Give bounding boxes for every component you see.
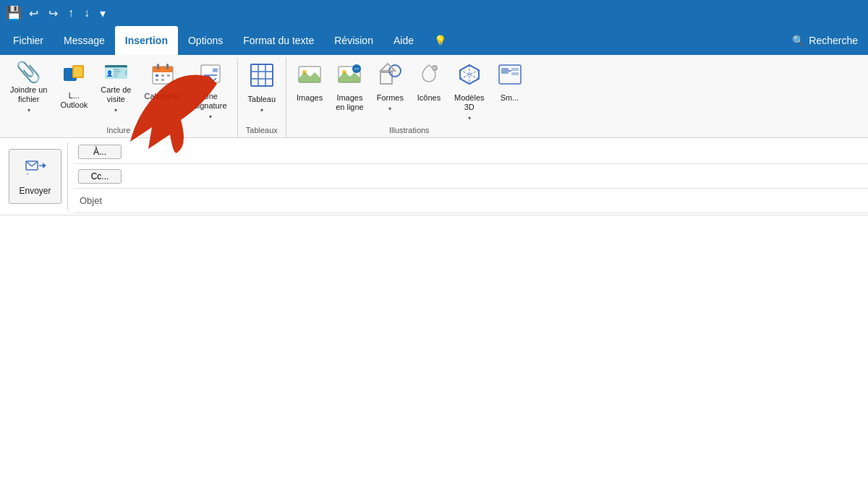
svg-rect-17 (251, 64, 273, 86)
search-label: Recherche (809, 35, 858, 46)
ribbon: 📎 Joindre un fichier ▾ L... Outlook (0, 55, 868, 138)
joindre-dropdown: ▾ (27, 107, 30, 114)
menu-format[interactable]: Format du texte (233, 26, 324, 55)
menu-revision[interactable]: Révision (324, 26, 383, 55)
outlook-label: L... Outlook (60, 91, 88, 110)
send-label: Envoyer (19, 186, 51, 196)
tableaux-group-label: Tableaux (242, 124, 282, 137)
modeles3d-icon (457, 62, 482, 90)
smartart-label: Sm... (501, 93, 519, 103)
images-enligne-label: Images en ligne (336, 93, 364, 112)
tableau-icon (249, 62, 275, 92)
ribbon-btn-carte[interactable]: 🪪 Carte de visite ▾ (95, 59, 137, 116)
svg-line-39 (32, 161, 38, 166)
subject-label: Objet (74, 195, 110, 206)
ribbon-btn-formes[interactable]: Formes ▾ (371, 59, 409, 115)
to-button[interactable]: À... (78, 145, 122, 159)
menu-message[interactable]: Message (54, 26, 115, 55)
outlook-icon (62, 62, 85, 88)
joindre-label: Joindre un fichier (10, 85, 47, 104)
down-button[interactable]: ↓ (81, 5, 93, 21)
calendrier-label: Calendrier (145, 92, 182, 101)
modeles3d-label: Modèles 3D (454, 93, 485, 112)
svg-rect-7 (156, 74, 158, 77)
ribbon-group-illustrations: Images Images en ligne (286, 58, 532, 137)
svg-rect-12 (201, 65, 220, 82)
svg-rect-2 (74, 67, 82, 77)
undo-button[interactable]: ↩ (26, 5, 41, 22)
menu-lightbulb[interactable]: 💡 (424, 26, 456, 55)
tableau-label: Tableau (248, 95, 276, 104)
ribbon-btn-smartart[interactable]: Sm... (492, 59, 528, 106)
svg-rect-33 (501, 68, 509, 74)
tableau-dropdown: ▾ (260, 107, 263, 114)
illustrations-group-label: Illustrations (291, 124, 527, 137)
email-body[interactable] (0, 215, 868, 360)
carte-dropdown: ▾ (114, 107, 117, 114)
signature-icon (199, 62, 222, 89)
ribbon-btn-signature[interactable]: Une signature ▾ (188, 59, 232, 123)
fields-area: À... Cc... Objet (74, 140, 868, 213)
send-icon: ≡ (25, 157, 46, 183)
formes-dropdown: ▾ (388, 106, 391, 112)
up-button[interactable]: ↑ (65, 5, 77, 21)
ribbon-btn-images-enligne[interactable]: Images en ligne (330, 59, 370, 115)
svg-rect-11 (161, 79, 164, 81)
search-icon: 🔍 (792, 35, 804, 46)
menu-bar: Fichier Message Insertion Options Format… (0, 26, 868, 55)
svg-rect-5 (157, 64, 159, 69)
svg-rect-14 (212, 68, 218, 72)
ribbon-group-inclure: 📎 Joindre un fichier ▾ L... Outlook (0, 58, 238, 137)
images-icon (297, 62, 322, 90)
cc-field-row: Cc... (74, 164, 868, 189)
attachment-icon: 📎 (16, 62, 41, 82)
ribbon-group-tableaux-items: Tableau ▾ (242, 59, 282, 124)
compose-area: ≡ Envoyer À... Cc... Objet (0, 138, 868, 360)
svg-marker-41 (43, 163, 46, 168)
menu-insertion[interactable]: Insertion (115, 26, 178, 55)
menu-options[interactable]: Options (178, 26, 233, 55)
redo-button[interactable]: ↪ (46, 5, 61, 22)
search-area[interactable]: 🔍 Recherche (785, 26, 865, 55)
images-label: Images (297, 93, 323, 103)
signature-label: Une signature (194, 92, 226, 111)
subject-field-row: Objet (74, 189, 868, 213)
compose-header: ≡ Envoyer À... Cc... Objet (0, 138, 868, 215)
send-button[interactable]: ≡ Envoyer (9, 149, 61, 204)
inclure-group-label: Inclure (4, 124, 233, 137)
ribbon-btn-icones[interactable]: Icônes (411, 59, 447, 106)
cc-button[interactable]: Cc... (78, 169, 122, 184)
menu-aide[interactable]: Aide (383, 26, 424, 55)
smartart-icon (498, 62, 522, 90)
images-enligne-icon (337, 62, 362, 90)
subject-input[interactable] (110, 194, 868, 207)
ribbon-btn-calendrier[interactable]: Calendrier (139, 59, 187, 104)
ribbon-group-tableaux: Tableau ▾ Tableaux (238, 58, 287, 137)
svg-marker-30 (380, 64, 395, 71)
menu-fichier[interactable]: Fichier (3, 26, 54, 55)
ribbon-btn-joindre[interactable]: 📎 Joindre un fichier ▾ (4, 59, 53, 116)
to-field-row: À... (74, 140, 868, 164)
to-input[interactable] (126, 145, 868, 158)
ribbon-btn-modeles3d[interactable]: Modèles 3D ▾ (448, 59, 490, 124)
ribbon-btn-images[interactable]: Images (291, 59, 328, 106)
more-button[interactable]: ▾ (97, 5, 109, 22)
ribbon-btn-outlook[interactable]: L... Outlook (54, 59, 93, 113)
svg-rect-10 (156, 79, 158, 81)
cc-input[interactable] (126, 169, 868, 183)
modeles3d-dropdown: ▾ (468, 115, 471, 121)
svg-point-27 (356, 68, 358, 70)
save-icon[interactable]: 💾 (6, 5, 22, 21)
svg-rect-35 (511, 72, 519, 75)
formes-icon (378, 62, 402, 90)
svg-rect-6 (166, 64, 169, 69)
icones-icon (417, 62, 441, 90)
ribbon-wrapper: 📎 Joindre un fichier ▾ L... Outlook (0, 55, 868, 138)
svg-text:≡: ≡ (26, 171, 29, 176)
icones-label: Icônes (417, 93, 441, 103)
svg-rect-34 (511, 68, 519, 71)
svg-rect-8 (161, 74, 164, 77)
ribbon-btn-tableau[interactable]: Tableau ▾ (242, 59, 282, 116)
send-btn-container: ≡ Envoyer (3, 142, 68, 210)
svg-rect-4 (153, 67, 173, 72)
